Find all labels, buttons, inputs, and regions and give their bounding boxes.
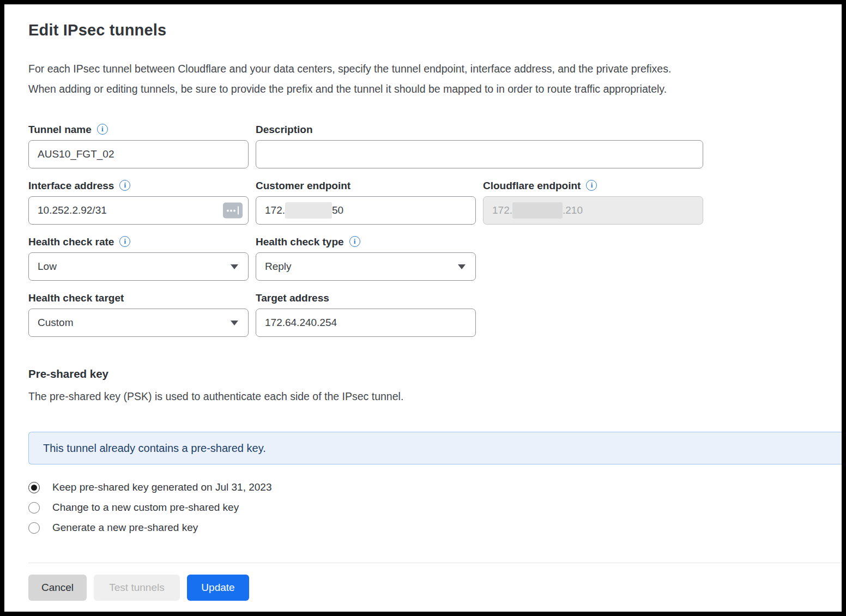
customer-endpoint-label: Customer endpoint — [256, 179, 476, 192]
health-check-rate-value: Low — [38, 261, 57, 273]
info-icon[interactable]: i — [349, 236, 360, 247]
health-check-type-value: Reply — [265, 261, 292, 273]
customer-endpoint-value-prefix: 172. — [265, 204, 285, 216]
footer-divider — [28, 563, 842, 563]
radio-change-psk[interactable]: Change to a new custom pre-shared key — [28, 500, 842, 515]
psk-info-banner: This tunnel already contains a pre-share… — [28, 432, 842, 464]
customer-endpoint-field: Customer endpoint 172. 50 — [256, 179, 476, 225]
radio-generate-psk[interactable]: Generate a new pre-shared key — [28, 520, 842, 535]
cancel-button[interactable]: Cancel — [28, 575, 87, 601]
health-check-target-label: Health check target — [28, 292, 249, 305]
intro-line-1: For each IPsec tunnel between Cloudflare… — [28, 59, 842, 79]
description-field: Description — [256, 123, 703, 168]
text-cursor-ime-icon[interactable] — [223, 203, 243, 219]
radio-generate-psk-label: Generate a new pre-shared key — [52, 522, 198, 534]
target-address-label: Target address — [256, 292, 476, 305]
cloudflare-endpoint-value-prefix: 172. — [492, 204, 512, 216]
radio-button-icon[interactable] — [28, 522, 40, 534]
tunnel-name-field: Tunnel name i AUS10_FGT_02 — [28, 123, 249, 168]
page-title: Edit IPsec tunnels — [28, 17, 842, 43]
psk-heading: Pre-shared key — [28, 366, 842, 382]
health-check-rate-select[interactable]: Low — [28, 252, 249, 281]
interface-address-label: Interface address i — [28, 179, 249, 192]
tunnel-name-input[interactable]: AUS10_FGT_02 — [28, 140, 249, 168]
interface-address-value: 10.252.2.92/31 — [38, 204, 107, 216]
health-check-target-select[interactable]: Custom — [28, 309, 249, 337]
target-address-label-text: Target address — [256, 292, 329, 305]
grid-spacer — [483, 235, 703, 292]
radio-change-psk-label: Change to a new custom pre-shared key — [52, 502, 239, 514]
tunnel-form: Tunnel name i AUS10_FGT_02 Description I — [28, 123, 842, 348]
chevron-down-icon — [458, 264, 466, 269]
target-address-input[interactable]: 172.64.240.254 — [256, 309, 476, 337]
health-check-rate-label-text: Health check rate — [28, 235, 114, 249]
intro-line-2: When adding or editing tunnels, be sure … — [28, 79, 842, 99]
psk-radio-group: Keep pre-shared key generated on Jul 31,… — [28, 480, 842, 535]
test-tunnels-button: Test tunnels — [94, 575, 180, 601]
footer-actions: Cancel Test tunnels Update — [28, 575, 842, 601]
description-input[interactable] — [256, 140, 703, 168]
cloudflare-endpoint-input: 172. .210 — [483, 196, 703, 225]
chevron-down-icon — [231, 321, 238, 325]
health-check-rate-field: Health check rate i Low — [28, 235, 249, 281]
health-check-type-select[interactable]: Reply — [256, 252, 476, 281]
customer-endpoint-value-suffix: 50 — [332, 204, 343, 216]
chevron-down-icon — [231, 264, 238, 269]
target-address-value: 172.64.240.254 — [265, 317, 337, 329]
info-icon[interactable]: i — [119, 180, 130, 191]
radio-keep-psk-label: Keep pre-shared key generated on Jul 31,… — [52, 481, 271, 493]
customer-endpoint-input[interactable]: 172. 50 — [256, 196, 476, 225]
redaction-blur — [512, 202, 563, 219]
info-icon[interactable]: i — [119, 236, 130, 247]
cloudflare-endpoint-label: Cloudflare endpoint i — [483, 179, 703, 192]
health-check-target-value: Custom — [38, 317, 73, 329]
update-button[interactable]: Update — [187, 575, 249, 601]
info-icon[interactable]: i — [97, 124, 108, 135]
radio-button-icon[interactable] — [28, 502, 40, 514]
cloudflare-endpoint-field: Cloudflare endpoint i 172. .210 — [483, 179, 703, 225]
radio-keep-psk[interactable]: Keep pre-shared key generated on Jul 31,… — [28, 480, 842, 495]
cloudflare-endpoint-label-text: Cloudflare endpoint — [483, 179, 581, 192]
radio-button-icon[interactable] — [28, 482, 40, 493]
target-address-field: Target address 172.64.240.254 — [256, 292, 476, 337]
health-check-rate-label: Health check rate i — [28, 235, 249, 249]
interface-address-label-text: Interface address — [28, 179, 114, 192]
interface-address-input[interactable]: 10.252.2.92/31 — [28, 196, 249, 225]
customer-endpoint-label-text: Customer endpoint — [256, 179, 351, 192]
health-check-type-label: Health check type i — [256, 235, 476, 249]
health-check-target-label-text: Health check target — [28, 292, 124, 305]
health-check-type-label-text: Health check type — [256, 235, 344, 249]
interface-address-field: Interface address i 10.252.2.92/31 — [28, 179, 249, 225]
description-label: Description — [256, 123, 703, 136]
psk-description: The pre-shared key (PSK) is used to auth… — [28, 389, 842, 403]
edit-ipsec-tunnels-dialog: Edit IPsec tunnels For each IPsec tunnel… — [0, 0, 846, 616]
tunnel-name-value: AUS10_FGT_02 — [38, 148, 114, 160]
tunnel-name-label-text: Tunnel name — [28, 123, 92, 136]
health-check-type-field: Health check type i Reply — [256, 235, 476, 281]
intro-text: For each IPsec tunnel between Cloudflare… — [28, 59, 842, 99]
info-icon[interactable]: i — [586, 180, 597, 191]
cloudflare-endpoint-value-suffix: .210 — [563, 204, 583, 216]
tunnel-name-label: Tunnel name i — [28, 123, 249, 136]
health-check-target-field: Health check target Custom — [28, 292, 249, 337]
psk-banner-text: This tunnel already contains a pre-share… — [43, 442, 266, 455]
redaction-blur — [285, 202, 332, 219]
description-label-text: Description — [256, 123, 313, 136]
